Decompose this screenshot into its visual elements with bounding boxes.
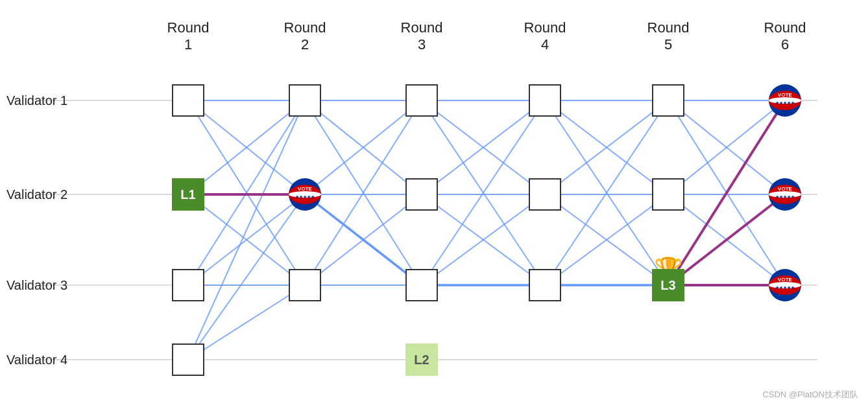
validator-1-label: Validator 1 xyxy=(6,93,67,108)
node-r2-v1 xyxy=(289,84,321,117)
svg-line-46 xyxy=(668,100,785,194)
svg-text:★★★★★: ★★★★★ xyxy=(295,194,315,199)
svg-line-54 xyxy=(668,194,785,285)
svg-line-6 xyxy=(188,100,305,285)
svg-text:★★★★★: ★★★★★ xyxy=(775,285,795,290)
svg-text:VOTE: VOTE xyxy=(778,92,792,98)
node-r2-v2-vote: VOTE ★★★★★ xyxy=(288,178,322,211)
svg-line-15 xyxy=(188,285,305,360)
svg-line-45 xyxy=(668,100,785,285)
svg-line-28 xyxy=(422,100,545,194)
validator-4-label: Validator 4 xyxy=(6,353,67,367)
round-1-label: Round 1 xyxy=(162,19,214,53)
svg-text:★★★★★: ★★★★★ xyxy=(775,100,795,105)
round-6-label: Round 6 xyxy=(759,19,811,53)
node-r6-v2-vote: VOTE ★★★★★ xyxy=(768,178,802,211)
svg-line-18 xyxy=(305,100,422,285)
node-r5-v2 xyxy=(652,178,684,211)
svg-line-21 xyxy=(305,194,422,285)
svg-line-31 xyxy=(422,100,545,285)
svg-line-13 xyxy=(188,100,305,360)
node-r3-v1 xyxy=(405,84,438,117)
svg-line-49 xyxy=(668,100,785,285)
node-r1-v1 xyxy=(172,84,204,117)
validator-2-label: Validator 2 xyxy=(6,187,67,202)
svg-line-48 xyxy=(668,194,785,285)
svg-line-5 xyxy=(188,100,305,194)
svg-line-7 xyxy=(188,100,305,194)
svg-text:VOTE: VOTE xyxy=(778,186,792,192)
svg-line-44 xyxy=(668,100,785,194)
svg-line-10 xyxy=(188,100,305,285)
svg-line-50 xyxy=(668,194,785,285)
svg-line-37 xyxy=(545,100,668,194)
node-r3-v4-l2: L2 xyxy=(405,343,438,376)
main-diagram: Round 1 Round 2 Round 3 Round 4 Round 5 … xyxy=(0,0,868,407)
svg-line-30 xyxy=(422,194,545,285)
svg-line-40 xyxy=(545,100,668,285)
round-3-label: Round 3 xyxy=(396,19,448,53)
node-r3-v3 xyxy=(405,269,438,301)
svg-line-53 xyxy=(668,100,785,285)
svg-line-41 xyxy=(545,194,668,285)
svg-line-14 xyxy=(188,194,305,360)
svg-line-19 xyxy=(305,100,422,194)
node-r4-v2 xyxy=(529,178,561,211)
svg-line-39 xyxy=(545,194,668,285)
svg-line-23 xyxy=(305,194,422,285)
node-r3-v2 xyxy=(405,178,438,211)
round-2-label: Round 2 xyxy=(279,19,331,53)
svg-line-22 xyxy=(305,100,422,285)
svg-line-27 xyxy=(422,100,545,285)
svg-line-26 xyxy=(422,100,545,194)
svg-line-17 xyxy=(305,100,422,194)
round-4-label: Round 4 xyxy=(519,19,571,53)
node-r5-v3-l3: L3 xyxy=(652,269,684,301)
validator-3-label: Validator 3 xyxy=(6,278,67,293)
node-r1-v2-l1: L1 xyxy=(172,178,204,211)
watermark: CSDN @PlatON技术团队 xyxy=(762,389,858,401)
svg-line-35 xyxy=(545,100,668,194)
node-r2-v3 xyxy=(289,269,321,301)
round-5-label: Round 5 xyxy=(642,19,694,53)
svg-text:★★★★★: ★★★★★ xyxy=(775,194,795,199)
svg-text:VOTE: VOTE xyxy=(778,277,792,283)
svg-line-11 xyxy=(188,194,305,285)
svg-line-36 xyxy=(545,100,668,285)
node-r4-v3 xyxy=(529,269,561,301)
node-r1-v3 xyxy=(172,269,204,301)
svg-line-32 xyxy=(422,194,545,285)
node-r6-v3-vote: VOTE ★★★★★ xyxy=(768,268,802,302)
node-r6-v1-vote: VOTE ★★★★★ xyxy=(768,84,802,117)
node-r1-v4 xyxy=(172,343,204,376)
svg-text:VOTE: VOTE xyxy=(298,186,312,192)
node-r4-v1 xyxy=(529,84,561,117)
node-r5-v1 xyxy=(652,84,684,117)
svg-line-9 xyxy=(188,194,305,285)
